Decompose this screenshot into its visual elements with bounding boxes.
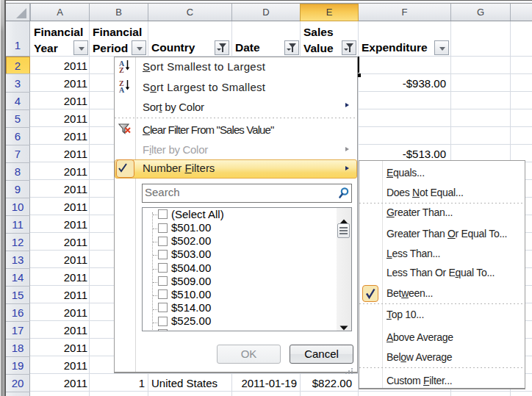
svg-text:Z: Z <box>119 66 124 74</box>
svg-text:A: A <box>119 86 125 94</box>
